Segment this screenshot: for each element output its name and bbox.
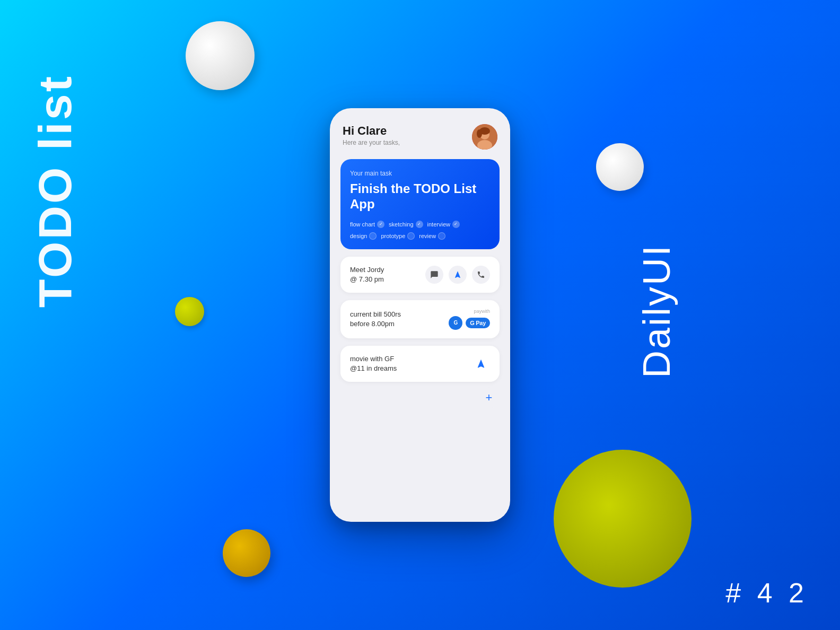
tag-prototype: prototype	[381, 232, 415, 240]
phone-greeting: Hi Clare	[343, 124, 400, 138]
tag-review-dot	[438, 232, 445, 240]
avatar-image	[472, 124, 497, 150]
number-badge: # 4 2	[725, 577, 808, 609]
task-card-3-text: movie with GF@11 in dreams	[350, 354, 397, 373]
navigate-button-1[interactable]	[449, 266, 467, 284]
tag-design-label: design	[350, 233, 367, 239]
pay-area: paywith G G Pay	[449, 309, 490, 330]
tag-sketching: sketching ✓	[389, 221, 423, 228]
task-card-3: movie with GF@11 in dreams	[340, 346, 500, 382]
phone-header: Hi Clare Here are your tasks,	[340, 124, 500, 150]
decorative-circle-green-large	[554, 450, 692, 588]
tag-review: review	[419, 232, 445, 240]
navigate-button-3[interactable]	[472, 355, 490, 373]
task-card-2: current bill 500rsbefore 8.00pm paywith …	[340, 300, 500, 338]
phone-mockup: Hi Clare Here are your tasks, Your main …	[330, 108, 510, 522]
dailyui-vertical-label: DailyUI	[637, 244, 676, 378]
tag-review-label: review	[419, 233, 436, 239]
tag-sketching-label: sketching	[389, 221, 413, 228]
tag-flowchart-dot: ✓	[377, 221, 384, 228]
task-card-1-text: Meet Jordy@ 7.30 pm	[350, 265, 384, 284]
decorative-circle-white-top	[186, 21, 255, 90]
chat-button[interactable]	[425, 266, 443, 284]
task-card-2-title: current bill 500rsbefore 8.00pm	[350, 310, 401, 329]
gpay-label: G Pay	[470, 320, 486, 326]
tag-design: design	[350, 232, 377, 240]
task-card-1-actions	[425, 266, 490, 284]
main-task-card[interactable]: Your main task Finish the TODO List App …	[340, 159, 500, 249]
tag-interview-label: interview	[427, 221, 450, 228]
main-task-label: Your main task	[350, 170, 490, 177]
decorative-circle-gold	[223, 529, 270, 577]
tag-interview-dot: ✓	[452, 221, 460, 228]
task-card-3-actions	[472, 355, 490, 373]
tag-design-dot	[369, 232, 377, 240]
task-card-1: Meet Jordy@ 7.30 pm	[340, 257, 500, 293]
tags-row: flow chart ✓ sketching ✓ interview ✓	[350, 221, 490, 228]
task-card-2-text: current bill 500rsbefore 8.00pm	[350, 310, 401, 329]
tag-sketching-dot: ✓	[416, 221, 423, 228]
tag-flowchart: flow chart ✓	[350, 221, 384, 228]
task-card-1-title: Meet Jordy@ 7.30 pm	[350, 265, 384, 284]
todo-vertical-label: TODO list	[32, 74, 78, 308]
add-task-button[interactable]: +	[478, 387, 500, 408]
pay-with-label: paywith	[474, 309, 490, 314]
phone-subtitle: Here are your tasks,	[343, 139, 400, 146]
decorative-circle-green-small	[175, 297, 204, 326]
tag-interview: interview ✓	[427, 221, 460, 228]
tags-row-2: design prototype review	[350, 232, 490, 240]
avatar[interactable]	[472, 124, 497, 150]
tag-flowchart-label: flow chart	[350, 221, 375, 228]
tag-prototype-dot	[407, 232, 415, 240]
svg-point-4	[477, 129, 482, 138]
gpay-button[interactable]: G Pay	[466, 318, 490, 328]
call-button[interactable]	[472, 266, 490, 284]
phone-header-text: Hi Clare Here are your tasks,	[343, 124, 400, 146]
decorative-circle-white-right	[596, 143, 644, 191]
main-task-title: Finish the TODO List App	[350, 181, 490, 212]
task-card-3-title: movie with GF@11 in dreams	[350, 354, 397, 373]
pay-icons: G G Pay	[449, 316, 490, 330]
pay-icon[interactable]: G	[449, 316, 462, 330]
tag-prototype-label: prototype	[381, 233, 405, 239]
